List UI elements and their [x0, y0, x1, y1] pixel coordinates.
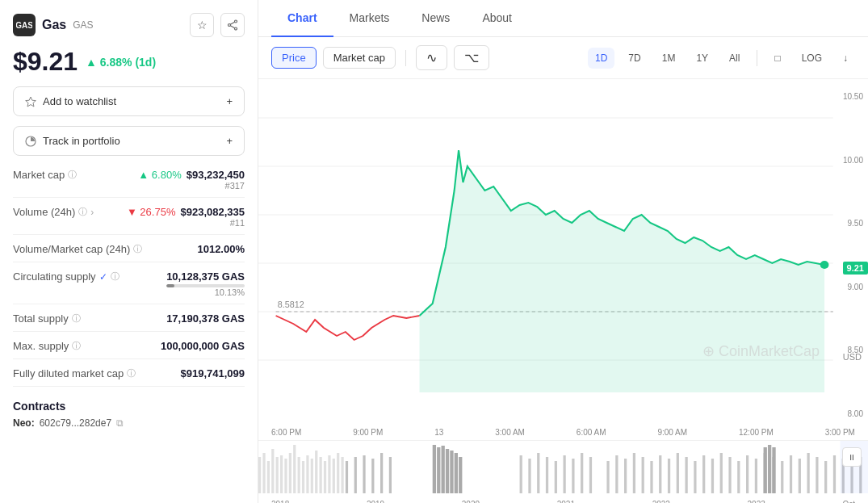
svg-rect-80	[781, 461, 783, 493]
market-cap-value: $93,232,450	[187, 169, 245, 181]
svg-rect-21	[271, 449, 274, 493]
tab-chart[interactable]: Chart	[271, 0, 333, 37]
svg-rect-33	[324, 461, 326, 493]
total-supply-info[interactable]: ⓘ	[72, 312, 81, 325]
svg-rect-56	[564, 455, 566, 493]
svg-line-5	[230, 22, 234, 24]
contract-neo-row: Neo: 602c79...282de7 ⧉	[13, 417, 245, 429]
x-axis-labels: 6:00 PM 9:00 PM 13 3:00 AM 6:00 AM 9:00 …	[258, 425, 868, 440]
svg-rect-43	[389, 457, 392, 493]
diluted-row: Fully diluted market cap ⓘ $919,741,099	[13, 367, 245, 387]
add-watchlist-button[interactable]: Add to watchlist +	[13, 86, 245, 116]
volume-label: Volume (24h) ⓘ ›	[13, 206, 94, 218]
price-row: $9.21 ▲ 6.88% (1d)	[13, 47, 245, 77]
copy-icon[interactable]: ⧉	[116, 417, 124, 429]
market-cap-info[interactable]: ⓘ	[68, 169, 77, 181]
download-btn[interactable]: ↓	[836, 48, 855, 69]
time-1m-btn[interactable]: 1M	[655, 48, 683, 69]
volume-expand[interactable]: ›	[90, 207, 94, 218]
y-10.00: 10.00	[832, 156, 863, 165]
track-portfolio-button[interactable]: Track in portfolio +	[13, 126, 245, 156]
tab-about[interactable]: About	[466, 0, 528, 37]
line-chart-btn[interactable]: ∿	[416, 45, 447, 70]
contracts-section: Contracts Neo: 602c79...282de7 ⧉	[13, 400, 245, 429]
vol-market-info[interactable]: ⓘ	[133, 243, 142, 255]
mini-chart: ⏸	[258, 440, 868, 497]
circ-supply-values: 10,128,375 GAS 10.13%	[166, 270, 245, 297]
share-button[interactable]	[220, 13, 245, 37]
svg-rect-23	[280, 455, 283, 493]
svg-rect-50	[459, 457, 462, 493]
svg-rect-68	[677, 453, 679, 493]
svg-rect-71	[702, 455, 705, 493]
svg-rect-41	[371, 459, 374, 493]
chart-area: 8.5812 10.50 10.00 9.50 9.00 8.50 8.00 9…	[258, 79, 868, 503]
svg-rect-31	[315, 451, 317, 493]
max-supply-label: Max. supply ⓘ	[13, 340, 81, 352]
candle-chart-btn[interactable]: ⌥	[454, 45, 489, 70]
circ-supply-label: Circulating supply ✓ ⓘ	[13, 270, 120, 283]
volume-row: Volume (24h) ⓘ › ▼ 26.75% $923,082,335 #…	[13, 206, 245, 235]
svg-rect-54	[546, 457, 548, 493]
svg-rect-83	[807, 453, 810, 493]
time-1d-btn[interactable]: 1D	[588, 48, 614, 69]
mini-x-2018: 2018	[271, 500, 289, 503]
max-supply-value: 100,000,000 GAS	[161, 340, 245, 352]
volume-info[interactable]: ⓘ	[78, 206, 87, 218]
svg-rect-70	[694, 461, 696, 493]
volume-change: ▼ 26.75%	[127, 206, 176, 218]
y-9.00: 9.00	[832, 283, 863, 291]
time-7d-btn[interactable]: 7D	[621, 48, 648, 69]
pause-button[interactable]: ⏸	[842, 447, 862, 467]
circ-supply-pct: 10.13%	[166, 287, 245, 297]
mini-x-labels: 2018 2019 2020 2021 2022 2023 Oct	[258, 497, 868, 503]
market-cap-rank: #317	[138, 181, 245, 191]
circ-supply-info[interactable]: ⓘ	[111, 270, 120, 283]
portfolio-plus: +	[226, 135, 233, 147]
svg-rect-57	[572, 459, 574, 493]
main-chart: 8.5812 10.50 10.00 9.50 9.00 8.50 8.00 9…	[258, 86, 868, 425]
screenshot-btn[interactable]: □	[767, 48, 787, 69]
circ-supply-value: 10,128,375 GAS	[166, 270, 245, 283]
time-1y-btn[interactable]: 1Y	[689, 48, 715, 69]
total-supply-value: 17,190,378 GAS	[166, 312, 245, 325]
svg-rect-19	[262, 453, 265, 493]
svg-rect-69	[686, 457, 688, 493]
ctrl-separator-2	[757, 50, 757, 66]
svg-rect-81	[790, 455, 792, 493]
svg-rect-72	[711, 459, 714, 493]
svg-point-4	[229, 24, 231, 27]
total-supply-row: Total supply ⓘ 17,190,378 GAS	[13, 312, 245, 332]
x-label-4: 6:00 AM	[577, 428, 606, 437]
market-cap-values: ▲ 6.80% $93,232,450 #317	[138, 169, 245, 191]
y-9.50: 9.50	[832, 219, 863, 228]
mini-x-2019: 2019	[367, 500, 384, 503]
svg-rect-26	[293, 445, 296, 493]
svg-rect-63	[633, 453, 635, 493]
price-value: $9.21	[13, 47, 78, 77]
star-button[interactable]: ☆	[190, 13, 214, 37]
mini-x-oct: Oct	[842, 500, 855, 503]
market-cap-btn[interactable]: Market cap	[323, 47, 396, 69]
svg-text:GAS: GAS	[16, 21, 32, 30]
svg-rect-34	[328, 455, 330, 493]
log-btn[interactable]: LOG	[795, 48, 829, 69]
diluted-info[interactable]: ⓘ	[127, 367, 136, 379]
svg-rect-46	[442, 446, 445, 493]
tab-markets[interactable]: Markets	[333, 0, 406, 37]
contract-neo-value: 602c79...282de7	[40, 417, 111, 429]
svg-rect-48	[450, 451, 453, 493]
svg-rect-47	[446, 449, 449, 493]
svg-rect-66	[659, 455, 661, 493]
svg-rect-52	[528, 459, 530, 493]
svg-rect-45	[437, 447, 440, 493]
volume-rank: #11	[127, 218, 245, 228]
svg-rect-51	[520, 455, 522, 493]
svg-rect-59	[589, 457, 592, 493]
x-label-2: 13	[434, 428, 443, 437]
price-btn[interactable]: Price	[271, 47, 317, 69]
tab-news[interactable]: News	[405, 0, 466, 37]
max-supply-info[interactable]: ⓘ	[72, 340, 81, 352]
svg-rect-27	[298, 457, 300, 493]
time-all-btn[interactable]: All	[722, 48, 747, 69]
